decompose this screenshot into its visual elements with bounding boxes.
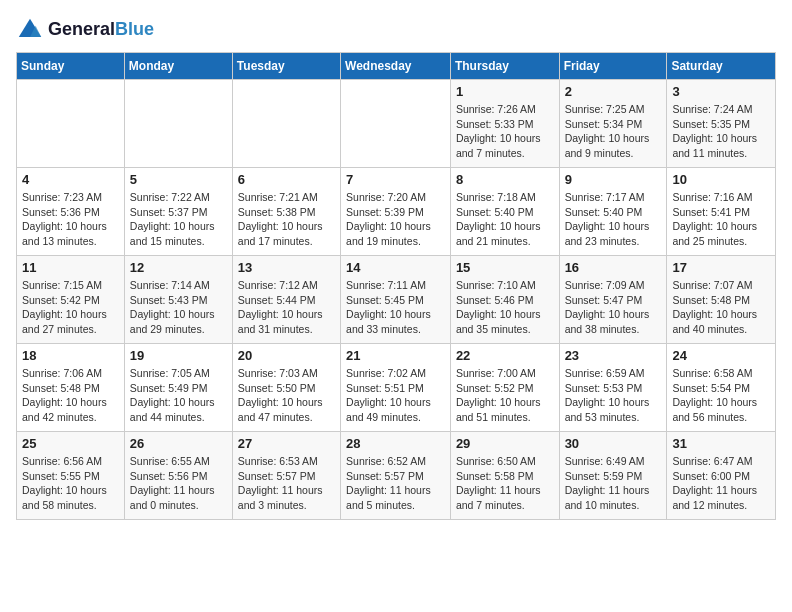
calendar-cell: 30Sunrise: 6:49 AM Sunset: 5:59 PM Dayli… (559, 432, 667, 520)
day-number: 16 (565, 260, 662, 275)
calendar-cell: 31Sunrise: 6:47 AM Sunset: 6:00 PM Dayli… (667, 432, 776, 520)
calendar-cell: 5Sunrise: 7:22 AM Sunset: 5:37 PM Daylig… (124, 168, 232, 256)
calendar-cell: 19Sunrise: 7:05 AM Sunset: 5:49 PM Dayli… (124, 344, 232, 432)
column-header-friday: Friday (559, 53, 667, 80)
column-header-monday: Monday (124, 53, 232, 80)
calendar-cell (232, 80, 340, 168)
calendar-cell: 6Sunrise: 7:21 AM Sunset: 5:38 PM Daylig… (232, 168, 340, 256)
day-info: Sunrise: 6:49 AM Sunset: 5:59 PM Dayligh… (565, 454, 662, 513)
calendar-cell: 11Sunrise: 7:15 AM Sunset: 5:42 PM Dayli… (17, 256, 125, 344)
day-number: 30 (565, 436, 662, 451)
page-header: GeneralBlue (16, 16, 776, 44)
day-number: 27 (238, 436, 335, 451)
day-number: 10 (672, 172, 770, 187)
calendar-cell: 8Sunrise: 7:18 AM Sunset: 5:40 PM Daylig… (450, 168, 559, 256)
day-number: 15 (456, 260, 554, 275)
day-info: Sunrise: 7:24 AM Sunset: 5:35 PM Dayligh… (672, 102, 770, 161)
logo-icon (16, 16, 44, 44)
column-header-sunday: Sunday (17, 53, 125, 80)
column-header-saturday: Saturday (667, 53, 776, 80)
day-number: 26 (130, 436, 227, 451)
day-info: Sunrise: 6:56 AM Sunset: 5:55 PM Dayligh… (22, 454, 119, 513)
calendar-cell (17, 80, 125, 168)
day-number: 18 (22, 348, 119, 363)
day-number: 13 (238, 260, 335, 275)
calendar-cell: 10Sunrise: 7:16 AM Sunset: 5:41 PM Dayli… (667, 168, 776, 256)
day-info: Sunrise: 7:03 AM Sunset: 5:50 PM Dayligh… (238, 366, 335, 425)
calendar-cell: 24Sunrise: 6:58 AM Sunset: 5:54 PM Dayli… (667, 344, 776, 432)
day-number: 19 (130, 348, 227, 363)
calendar-cell: 7Sunrise: 7:20 AM Sunset: 5:39 PM Daylig… (341, 168, 451, 256)
day-info: Sunrise: 7:26 AM Sunset: 5:33 PM Dayligh… (456, 102, 554, 161)
header-row: SundayMondayTuesdayWednesdayThursdayFrid… (17, 53, 776, 80)
calendar-cell: 21Sunrise: 7:02 AM Sunset: 5:51 PM Dayli… (341, 344, 451, 432)
column-header-thursday: Thursday (450, 53, 559, 80)
day-info: Sunrise: 6:50 AM Sunset: 5:58 PM Dayligh… (456, 454, 554, 513)
day-info: Sunrise: 7:22 AM Sunset: 5:37 PM Dayligh… (130, 190, 227, 249)
calendar-cell: 17Sunrise: 7:07 AM Sunset: 5:48 PM Dayli… (667, 256, 776, 344)
day-number: 2 (565, 84, 662, 99)
day-number: 23 (565, 348, 662, 363)
calendar-cell: 29Sunrise: 6:50 AM Sunset: 5:58 PM Dayli… (450, 432, 559, 520)
calendar-cell: 3Sunrise: 7:24 AM Sunset: 5:35 PM Daylig… (667, 80, 776, 168)
calendar-cell: 1Sunrise: 7:26 AM Sunset: 5:33 PM Daylig… (450, 80, 559, 168)
day-number: 11 (22, 260, 119, 275)
calendar-cell (341, 80, 451, 168)
day-info: Sunrise: 7:00 AM Sunset: 5:52 PM Dayligh… (456, 366, 554, 425)
week-row-1: 1Sunrise: 7:26 AM Sunset: 5:33 PM Daylig… (17, 80, 776, 168)
calendar-cell: 14Sunrise: 7:11 AM Sunset: 5:45 PM Dayli… (341, 256, 451, 344)
day-number: 7 (346, 172, 445, 187)
calendar-cell: 20Sunrise: 7:03 AM Sunset: 5:50 PM Dayli… (232, 344, 340, 432)
calendar-cell: 28Sunrise: 6:52 AM Sunset: 5:57 PM Dayli… (341, 432, 451, 520)
day-info: Sunrise: 7:09 AM Sunset: 5:47 PM Dayligh… (565, 278, 662, 337)
day-info: Sunrise: 7:23 AM Sunset: 5:36 PM Dayligh… (22, 190, 119, 249)
day-number: 20 (238, 348, 335, 363)
calendar-cell: 23Sunrise: 6:59 AM Sunset: 5:53 PM Dayli… (559, 344, 667, 432)
calendar-cell: 26Sunrise: 6:55 AM Sunset: 5:56 PM Dayli… (124, 432, 232, 520)
week-row-4: 18Sunrise: 7:06 AM Sunset: 5:48 PM Dayli… (17, 344, 776, 432)
column-header-wednesday: Wednesday (341, 53, 451, 80)
day-number: 28 (346, 436, 445, 451)
day-number: 29 (456, 436, 554, 451)
week-row-2: 4Sunrise: 7:23 AM Sunset: 5:36 PM Daylig… (17, 168, 776, 256)
day-info: Sunrise: 7:25 AM Sunset: 5:34 PM Dayligh… (565, 102, 662, 161)
calendar-cell: 4Sunrise: 7:23 AM Sunset: 5:36 PM Daylig… (17, 168, 125, 256)
calendar-cell (124, 80, 232, 168)
day-number: 21 (346, 348, 445, 363)
logo: GeneralBlue (16, 16, 154, 44)
calendar-table: SundayMondayTuesdayWednesdayThursdayFrid… (16, 52, 776, 520)
calendar-cell: 16Sunrise: 7:09 AM Sunset: 5:47 PM Dayli… (559, 256, 667, 344)
day-info: Sunrise: 7:21 AM Sunset: 5:38 PM Dayligh… (238, 190, 335, 249)
calendar-cell: 27Sunrise: 6:53 AM Sunset: 5:57 PM Dayli… (232, 432, 340, 520)
day-number: 22 (456, 348, 554, 363)
day-number: 3 (672, 84, 770, 99)
week-row-5: 25Sunrise: 6:56 AM Sunset: 5:55 PM Dayli… (17, 432, 776, 520)
day-info: Sunrise: 6:55 AM Sunset: 5:56 PM Dayligh… (130, 454, 227, 513)
day-number: 1 (456, 84, 554, 99)
day-number: 31 (672, 436, 770, 451)
day-info: Sunrise: 6:53 AM Sunset: 5:57 PM Dayligh… (238, 454, 335, 513)
calendar-cell: 13Sunrise: 7:12 AM Sunset: 5:44 PM Dayli… (232, 256, 340, 344)
day-info: Sunrise: 7:15 AM Sunset: 5:42 PM Dayligh… (22, 278, 119, 337)
day-info: Sunrise: 6:47 AM Sunset: 6:00 PM Dayligh… (672, 454, 770, 513)
calendar-cell: 18Sunrise: 7:06 AM Sunset: 5:48 PM Dayli… (17, 344, 125, 432)
day-info: Sunrise: 7:20 AM Sunset: 5:39 PM Dayligh… (346, 190, 445, 249)
day-info: Sunrise: 7:17 AM Sunset: 5:40 PM Dayligh… (565, 190, 662, 249)
day-info: Sunrise: 7:10 AM Sunset: 5:46 PM Dayligh… (456, 278, 554, 337)
week-row-3: 11Sunrise: 7:15 AM Sunset: 5:42 PM Dayli… (17, 256, 776, 344)
day-info: Sunrise: 7:14 AM Sunset: 5:43 PM Dayligh… (130, 278, 227, 337)
day-number: 4 (22, 172, 119, 187)
day-info: Sunrise: 7:11 AM Sunset: 5:45 PM Dayligh… (346, 278, 445, 337)
day-info: Sunrise: 7:16 AM Sunset: 5:41 PM Dayligh… (672, 190, 770, 249)
calendar-cell: 12Sunrise: 7:14 AM Sunset: 5:43 PM Dayli… (124, 256, 232, 344)
calendar-cell: 25Sunrise: 6:56 AM Sunset: 5:55 PM Dayli… (17, 432, 125, 520)
day-info: Sunrise: 7:05 AM Sunset: 5:49 PM Dayligh… (130, 366, 227, 425)
day-number: 24 (672, 348, 770, 363)
day-number: 17 (672, 260, 770, 275)
calendar-cell: 15Sunrise: 7:10 AM Sunset: 5:46 PM Dayli… (450, 256, 559, 344)
day-info: Sunrise: 7:12 AM Sunset: 5:44 PM Dayligh… (238, 278, 335, 337)
logo-text: GeneralBlue (48, 19, 154, 41)
calendar-cell: 22Sunrise: 7:00 AM Sunset: 5:52 PM Dayli… (450, 344, 559, 432)
day-number: 8 (456, 172, 554, 187)
column-header-tuesday: Tuesday (232, 53, 340, 80)
